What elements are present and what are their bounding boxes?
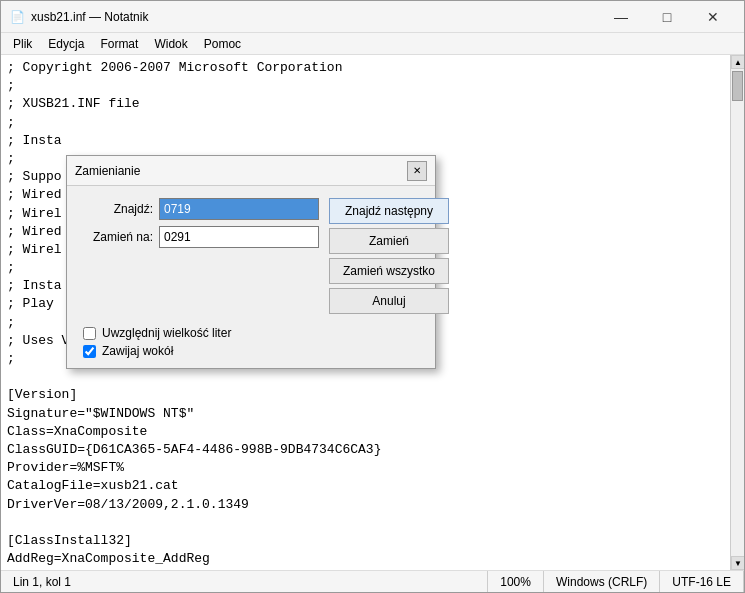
maximize-button[interactable]: □ bbox=[644, 1, 690, 33]
main-window: 📄 xusb21.inf — Notatnik — □ ✕ Plik Edycj… bbox=[0, 0, 745, 593]
dialog-close-button[interactable]: ✕ bbox=[407, 161, 427, 181]
status-bar: Lin 1, kol 1 100% Windows (CRLF) UTF-16 … bbox=[1, 570, 744, 592]
minimize-button[interactable]: — bbox=[598, 1, 644, 33]
replace-input[interactable] bbox=[159, 226, 319, 248]
replace-dialog: Zamienianie ✕ Znajdź: Zamień na: bbox=[66, 155, 436, 369]
window-controls: — □ ✕ bbox=[598, 1, 736, 33]
find-input[interactable] bbox=[159, 198, 319, 220]
replace-row: Zamień na: bbox=[81, 226, 319, 248]
case-sensitive-text: Uwzględnij wielkość liter bbox=[102, 326, 231, 340]
find-label: Znajdź: bbox=[81, 202, 153, 216]
wrap-around-text: Zawijaj wokół bbox=[102, 344, 173, 358]
dialog-checkboxes: Uwzględnij wielkość liter Zawijaj wokół bbox=[67, 322, 435, 368]
dialog-title: Zamienianie bbox=[75, 164, 407, 178]
dialog-buttons: Znajdź następny Zamień Zamień wszystko A… bbox=[329, 198, 449, 314]
editor-area: ; Copyright 2006-2007 Microsoft Corporat… bbox=[1, 55, 744, 570]
menu-bar: Plik Edycja Format Widok Pomoc bbox=[1, 33, 744, 55]
replace-all-button[interactable]: Zamień wszystko bbox=[329, 258, 449, 284]
scroll-track[interactable] bbox=[731, 69, 744, 556]
menu-plik[interactable]: Plik bbox=[5, 35, 40, 53]
menu-edycja[interactable]: Edycja bbox=[40, 35, 92, 53]
menu-pomoc[interactable]: Pomoc bbox=[196, 35, 249, 53]
menu-format[interactable]: Format bbox=[92, 35, 146, 53]
wrap-around-label[interactable]: Zawijaj wokół bbox=[83, 344, 419, 358]
scroll-thumb[interactable] bbox=[732, 71, 743, 101]
replace-button[interactable]: Zamień bbox=[329, 228, 449, 254]
case-sensitive-checkbox[interactable] bbox=[83, 327, 96, 340]
status-zoom: 100% bbox=[488, 571, 544, 592]
dialog-body: Znajdź: Zamień na: Znajdź następny Zamie… bbox=[67, 186, 435, 322]
scroll-up-button[interactable]: ▲ bbox=[731, 55, 744, 69]
vertical-scrollbar[interactable]: ▲ ▼ bbox=[730, 55, 744, 570]
dialog-form: Znajdź: Zamień na: bbox=[81, 198, 319, 314]
status-position: Lin 1, kol 1 bbox=[1, 571, 488, 592]
dialog-title-bar: Zamienianie ✕ bbox=[67, 156, 435, 186]
menu-widok[interactable]: Widok bbox=[146, 35, 195, 53]
replace-label: Zamień na: bbox=[81, 230, 153, 244]
case-sensitive-label[interactable]: Uwzględnij wielkość liter bbox=[83, 326, 419, 340]
close-button[interactable]: ✕ bbox=[690, 1, 736, 33]
title-bar: 📄 xusb21.inf — Notatnik — □ ✕ bbox=[1, 1, 744, 33]
find-next-button[interactable]: Znajdź następny bbox=[329, 198, 449, 224]
status-encoding: UTF-16 LE bbox=[660, 571, 744, 592]
wrap-around-checkbox[interactable] bbox=[83, 345, 96, 358]
scroll-down-button[interactable]: ▼ bbox=[731, 556, 744, 570]
window-title: xusb21.inf — Notatnik bbox=[31, 10, 598, 24]
status-line-ending: Windows (CRLF) bbox=[544, 571, 660, 592]
cancel-button[interactable]: Anuluj bbox=[329, 288, 449, 314]
find-row: Znajdź: bbox=[81, 198, 319, 220]
app-icon: 📄 bbox=[9, 9, 25, 25]
